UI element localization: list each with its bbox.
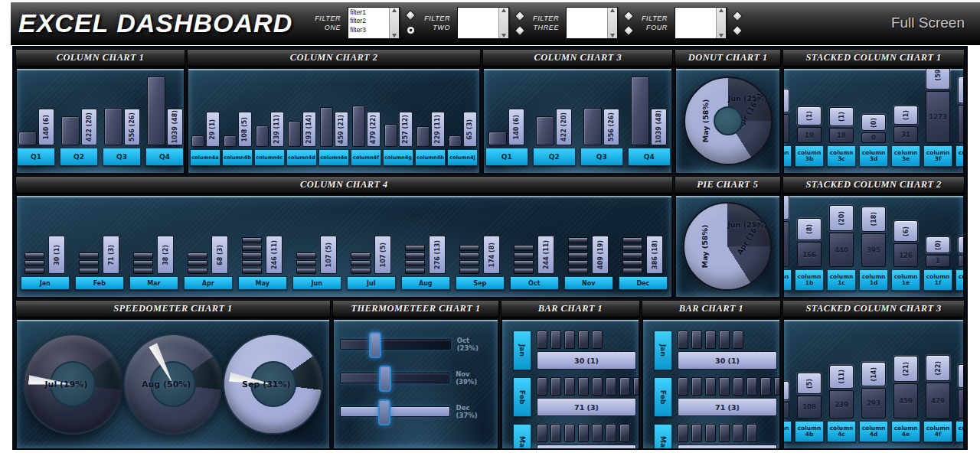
filter-list-item[interactable]: filter1 [350, 8, 387, 17]
category-button[interactable]: column4h [415, 149, 446, 166]
scroll-up-icon[interactable] [501, 8, 506, 12]
category-button[interactable]: Q3 [580, 148, 623, 166]
stacked-top-segment: (8) [797, 218, 822, 240]
category-button[interactable]: Q4 [145, 148, 184, 166]
filter-listbox[interactable] [675, 7, 727, 39]
category-button[interactable]: Mar [129, 276, 178, 290]
category-button[interactable]: column3b [795, 145, 824, 167]
category-button[interactable]: column1d [859, 269, 888, 291]
category-button[interactable]: column4c [254, 149, 285, 166]
category-button[interactable]: column4b [222, 149, 253, 166]
category-button[interactable]: Mar [513, 424, 531, 450]
filter-listbox[interactable]: filter1filter2filter3 [348, 7, 400, 39]
category-button[interactable]: Jul [347, 276, 396, 290]
category-button[interactable]: Q3 [103, 148, 141, 166]
category-button[interactable]: Dec [619, 276, 668, 290]
filter-listbox[interactable] [457, 7, 509, 39]
category-button[interactable]: column4g [956, 421, 965, 442]
column-group: 68 (3)Apr [183, 236, 234, 290]
category-button[interactable]: column1f [923, 269, 952, 291]
category-button[interactable]: Q2 [533, 148, 576, 166]
bar-segment [691, 424, 702, 442]
category-button[interactable]: column3f [923, 145, 952, 167]
category-button[interactable]: column4a [782, 421, 792, 442]
filter-list-item[interactable]: filter3 [350, 26, 387, 34]
listbox-scrollbar[interactable] [498, 8, 508, 38]
diamond-option-icon[interactable] [514, 10, 525, 21]
category-button[interactable]: May [238, 276, 287, 290]
slider-track[interactable] [340, 373, 449, 383]
category-button[interactable]: column4j [447, 149, 478, 166]
diamond-option-icon[interactable] [514, 24, 525, 35]
scroll-down-icon[interactable] [610, 34, 615, 37]
category-button[interactable]: column1b [795, 269, 824, 291]
slider-handle[interactable] [378, 399, 390, 425]
diamond-option-icon[interactable] [623, 10, 634, 21]
scroll-down-icon[interactable] [501, 34, 506, 37]
radio-option-icon[interactable] [407, 26, 415, 34]
category-button[interactable]: Jan [21, 276, 70, 290]
stack-segment [622, 260, 642, 266]
filter-listbox[interactable] [566, 7, 618, 39]
category-button[interactable]: column3e [891, 145, 920, 167]
category-button[interactable]: column4b [795, 421, 824, 442]
diamond-option-icon[interactable] [405, 10, 416, 21]
listbox-scrollbar[interactable] [607, 8, 617, 38]
category-button[interactable]: column4e [318, 149, 349, 166]
scroll-down-icon[interactable] [392, 34, 397, 37]
category-button[interactable]: column4f [351, 149, 381, 166]
category-button[interactable]: column1g [956, 269, 965, 291]
diamond-option-icon[interactable] [732, 10, 743, 21]
category-button[interactable]: column4d [286, 149, 317, 166]
slider-handle[interactable] [369, 332, 381, 358]
slider-handle[interactable] [379, 366, 391, 392]
value-label-column: 107 (5) [320, 236, 337, 274]
category-button[interactable]: column3a [782, 145, 792, 167]
category-button[interactable]: Oct [510, 276, 559, 290]
category-button[interactable]: column4c [827, 421, 856, 442]
category-button[interactable]: column4g [383, 149, 413, 166]
category-button[interactable]: Q1 [17, 148, 55, 166]
category-button[interactable]: column4d [859, 421, 888, 442]
diamond-option-icon[interactable] [732, 24, 743, 35]
scroll-up-icon[interactable] [719, 8, 724, 12]
category-button[interactable]: Q4 [628, 148, 671, 166]
slice-label: May (58%) [701, 225, 709, 269]
full-screen-button[interactable]: Full Screen [891, 15, 965, 31]
slider-row: Oct (23%) [340, 337, 490, 352]
category-button[interactable]: column3d [859, 145, 888, 167]
category-button[interactable]: column3g [956, 145, 965, 167]
category-button[interactable]: column3c [827, 145, 856, 167]
category-button[interactable]: column4f [923, 421, 952, 442]
diamond-option-icon[interactable] [623, 24, 634, 35]
category-button[interactable]: column1e [891, 269, 920, 291]
bar-segment [733, 331, 743, 349]
category-button[interactable]: Aug [401, 276, 450, 290]
listbox-scrollbar[interactable] [716, 8, 726, 38]
category-button[interactable]: column1c [827, 269, 856, 291]
scroll-up-icon[interactable] [392, 8, 397, 12]
category-button[interactable]: Mar [654, 424, 672, 450]
category-button[interactable]: Feb [75, 276, 124, 290]
column-group: 30 (1)Jan [20, 236, 70, 290]
slider-track[interactable] [340, 339, 451, 350]
filter-list-item[interactable]: filter2 [350, 17, 387, 25]
category-button[interactable]: Q1 [485, 148, 528, 166]
category-button[interactable]: column4e [891, 421, 920, 442]
listbox-scrollbar[interactable] [389, 8, 399, 38]
category-button[interactable]: Jun [292, 276, 341, 290]
scroll-up-icon[interactable] [610, 8, 615, 12]
slider-track[interactable] [340, 406, 450, 417]
scroll-down-icon[interactable] [719, 34, 724, 37]
category-button[interactable]: Nov [564, 276, 613, 290]
category-button[interactable]: column1a [782, 269, 792, 291]
category-button[interactable]: Sep [456, 276, 505, 290]
stack-segment [351, 260, 371, 266]
category-button[interactable]: Jan [513, 331, 531, 370]
category-button[interactable]: Feb [513, 377, 531, 417]
category-button[interactable]: Jan [654, 331, 672, 370]
category-button[interactable]: Apr [184, 276, 233, 290]
category-button[interactable]: Feb [654, 377, 672, 417]
category-button[interactable]: column4a [190, 149, 220, 166]
category-button[interactable]: Q2 [60, 148, 98, 166]
